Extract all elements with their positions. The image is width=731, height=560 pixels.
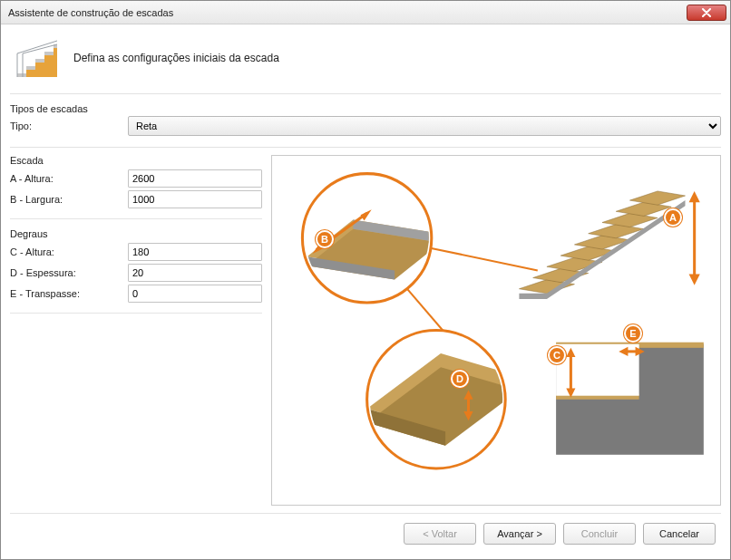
degraus-espessura-label: D - Espessura: [10,267,122,278]
preview-illustration [279,163,713,497]
degraus-espessura-input[interactable] [128,264,262,282]
types-group-label: Tipos de escadas [10,103,721,114]
wizard-footer: < Voltar Avançar > Concluir Cancelar [10,513,721,550]
content-area: Defina as configurações iniciais da esca… [1,24,730,559]
left-column: Escada A - Altura: B - Largura: Degraus … [10,155,262,506]
cancel-button[interactable]: Cancelar [643,523,716,545]
escada-largura-label: B - Largura: [10,194,122,205]
preview-panel: B A D C E [271,155,721,506]
types-group: Tipos de escadas Tipo: Reta [10,103,721,148]
badge-c: C [548,346,566,364]
window-title: Assistente de construção de escadas [8,7,173,18]
svg-marker-24 [616,202,671,216]
degraus-title: Degraus [10,228,262,239]
wizard-window: Assistente de construção de escadas [0,0,731,560]
stairs-icon [14,37,59,79]
escada-panel: Escada A - Altura: B - Largura: [10,155,262,219]
escada-altura-label: A - Altura: [10,173,122,184]
back-button[interactable]: < Voltar [404,523,476,545]
close-button[interactable] [687,5,726,21]
degraus-transpasse-input[interactable] [128,285,262,303]
badge-a: A [664,208,682,227]
degraus-transpasse-label: E - Transpasse: [10,288,122,299]
escada-largura-input[interactable] [128,190,262,208]
badge-d: D [451,370,469,388]
escada-title: Escada [10,155,262,166]
degraus-altura-label: C - Altura: [10,246,122,257]
degraus-altura-input[interactable] [128,243,262,261]
svg-marker-28 [689,191,700,202]
svg-line-4 [17,41,57,53]
finish-button[interactable]: Concluir [563,523,636,545]
svg-marker-29 [689,274,700,285]
escada-altura-input[interactable] [128,169,262,188]
type-select[interactable]: Reta [128,116,721,136]
badge-e: E [624,324,642,343]
next-button[interactable]: Avançar > [483,523,556,545]
titlebar: Assistente de construção de escadas [1,1,730,24]
degraus-panel: Degraus C - Altura: D - Espessura: E - T… [10,228,262,314]
svg-marker-25 [629,191,685,205]
header: Defina as configurações iniciais da esca… [10,32,721,94]
svg-line-7 [427,247,538,270]
type-label: Tipo: [10,121,119,131]
badge-b: B [316,230,334,248]
body: Escada A - Altura: B - Largura: Degraus … [10,155,721,506]
header-subtitle: Defina as configurações iniciais da esca… [73,52,279,64]
